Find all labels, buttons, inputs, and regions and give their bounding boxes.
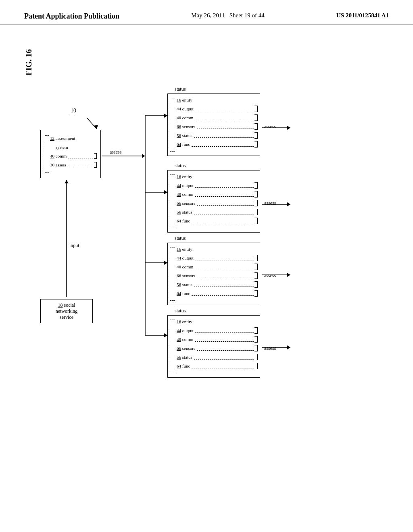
entity-3-output-label: 44 output (177, 256, 194, 260)
status-label-1: status (175, 86, 186, 92)
entity-2-row-comm: 40 comm (177, 190, 258, 198)
entity-4-row-status: 56 status (177, 353, 258, 361)
entity-4-func-label: 64 func (177, 364, 190, 368)
entity-3-status-dashes (194, 287, 254, 287)
assessment-system-label: system (56, 145, 68, 150)
assessment-assess-dashes (68, 167, 93, 167)
entity-3-row-output: 44 output (177, 254, 258, 262)
entity-1-status-label: 56 status (177, 133, 192, 138)
entity-3-output-bracket (254, 255, 258, 261)
entity-bracket-3 (170, 247, 175, 301)
entity-2-comm-label: 40 comm (177, 192, 193, 197)
entity-3-func-bracket (254, 290, 258, 297)
entity-1-ref-label: 16 entity (177, 98, 192, 102)
entity-1-row-output: 44 output (177, 105, 258, 113)
entity-3-comm-bracket (254, 264, 258, 270)
entity-1-row-func: 64 func (177, 140, 258, 148)
entity-3-row-func: 64 func (177, 289, 258, 297)
entity-2-sensors-bracket (254, 200, 258, 206)
entity-3-comm-label: 40 comm (177, 264, 193, 269)
entity-1-header: 16 entity (177, 96, 258, 104)
entity-4-row-sensors: 66 sensors (177, 344, 258, 352)
entity-2-output-label: 44 output (177, 183, 194, 188)
entity-4-header: 16 entity (177, 318, 258, 326)
entity-bracket-2 (170, 175, 175, 228)
svg-marker-7 (164, 114, 167, 118)
entity-box-3: 16 entity 44 output 40 comm 66 sensors (167, 243, 260, 305)
assess-label-2: assess (264, 200, 276, 206)
entity-inner-1: 16 entity 44 output 40 comm 66 sensors (177, 96, 258, 154)
entity-inner-4: 16 entity 44 output 40 comm 66 sensors (177, 318, 258, 375)
status-label-3: status (175, 235, 186, 241)
svg-marker-3 (142, 154, 145, 158)
entity-1-output-dashes (195, 111, 254, 111)
assess-label-1: assess (264, 124, 276, 130)
entity-2-comm-dashes (195, 196, 254, 197)
entity-3-row-status: 56 status (177, 281, 258, 289)
assessment-row-assess: 30 assess (50, 160, 97, 169)
entity-box-2-container: status 16 entity 44 output 40 comm (167, 170, 260, 233)
entity-1-sensors-bracket (254, 123, 258, 130)
entity-box-4-container: status 16 entity 44 output 40 comm (167, 315, 260, 378)
entity-2-sensors-label: 66 sensors (177, 201, 195, 206)
svg-line-0 (87, 118, 97, 129)
entity-1-row-sensors: 66 sensors (177, 123, 258, 131)
assess-label-4: assess (264, 345, 276, 351)
entity-3-func-label: 64 func (177, 291, 190, 296)
entity-3-output-dashes (195, 260, 254, 260)
svg-marker-13 (164, 333, 167, 337)
entity-1-func-label: 64 func (177, 142, 190, 147)
entity-2-row-status: 56 status (177, 208, 258, 216)
entity-4-status-label: 56 status (177, 355, 192, 360)
entity-3-comm-dashes (195, 269, 254, 269)
entity-1-func-dashes (192, 146, 254, 147)
entity-box-2: 16 entity 44 output 40 comm 66 sensors (167, 170, 260, 233)
entity-4-sensors-bracket (254, 345, 258, 351)
entity-4-comm-bracket (254, 336, 258, 343)
entity-4-comm-dashes (195, 341, 254, 342)
figure-label: FIG. 16 (24, 49, 33, 76)
entity-1-status-bracket (254, 132, 258, 139)
entity-4-status-bracket (254, 354, 258, 360)
entity-4-sensors-label: 66 sensors (177, 346, 195, 351)
entity-4-output-dashes (195, 332, 254, 333)
entity-1-sensors-label: 66 sensors (177, 124, 195, 129)
svg-marker-11 (164, 261, 167, 265)
entity-2-status-bracket (254, 209, 258, 215)
entity-box-3-container: status 16 entity 44 output 40 comm (167, 243, 260, 305)
entity-inner-2: 16 entity 44 output 40 comm 66 sensors (177, 172, 258, 230)
ref-10: 10 (71, 108, 76, 114)
entity-2-row-func: 64 func (177, 217, 258, 225)
entity-2-status-label: 56 status (177, 210, 192, 214)
entity-2-row-sensors: 66 sensors (177, 199, 258, 207)
entity-3-sensors-label: 66 sensors (177, 273, 195, 278)
entity-4-func-dashes (192, 368, 254, 368)
entity-3-sensors-dashes (197, 278, 254, 278)
entity-4-comm-label: 40 comm (177, 337, 193, 342)
svg-marker-17 (287, 202, 290, 206)
entity-3-func-dashes (192, 295, 254, 296)
svg-marker-1 (94, 125, 98, 129)
entity-2-row-output: 44 output (177, 181, 258, 189)
assessment-row-comm: 40 comm (50, 152, 97, 160)
entity-2-output-dashes (195, 187, 254, 188)
entity-1-comm-dashes (195, 120, 254, 120)
input-label: input (69, 243, 79, 249)
assessment-box: 12 assessment system 40 comm 30 assess (40, 130, 101, 178)
publication-date-sheet: May 26, 2011 Sheet 19 of 44 (191, 12, 265, 19)
assessment-box-inner: 12 assessment system 40 comm 30 assess (43, 132, 98, 176)
entity-box-1-container: status 16 entity 44 output 40 comm (167, 94, 260, 156)
entity-4-output-label: 44 output (177, 328, 194, 333)
assessment-comm-ref: 40 comm (50, 154, 67, 158)
assess-mid-label: assess (110, 149, 121, 155)
entity-2-sensors-dashes (197, 205, 254, 206)
publication-title: Patent Application Publication (24, 12, 119, 21)
assessment-assess-ref: 30 assess (50, 162, 67, 167)
assessment-row-title: 12 assessment (50, 134, 97, 143)
entity-1-row-status: 56 status (177, 131, 258, 139)
entity-1-output-label: 44 output (177, 106, 194, 111)
assessment-comm-dashes (68, 158, 93, 158)
entity-3-header: 16 entity (177, 245, 258, 253)
entity-2-header: 16 entity (177, 172, 258, 181)
entity-3-ref-label: 16 entity (177, 247, 192, 251)
